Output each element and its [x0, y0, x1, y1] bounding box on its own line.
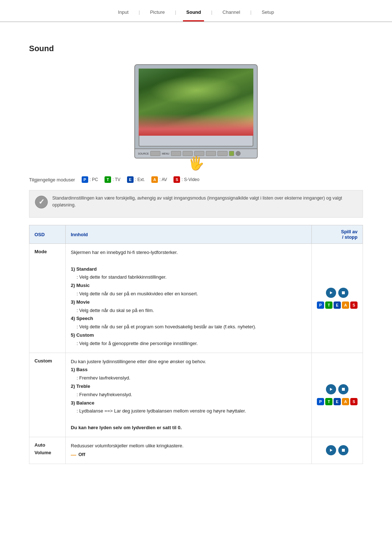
- mode-pc-text: : PC: [90, 177, 98, 182]
- table-row: Mode Skjermen har en innebygd hi-fi ster…: [29, 244, 363, 353]
- custom-play-buttons: [326, 384, 348, 394]
- mode-intro: Skjermen har en innebygd hi-fi stereo-ly…: [71, 249, 306, 257]
- mode-pc: P : PC: [82, 176, 98, 183]
- mode-item-3: 3) Movie: [71, 299, 306, 306]
- mode-svideo: S : S-Video: [173, 176, 199, 183]
- row-mode-content: Skjermen har en innebygd hi-fi stereo-ly…: [66, 244, 312, 353]
- monitor-stand: 🖐: [134, 159, 258, 170]
- custom-extra: Du kan høre lyden selv om lydverdien er …: [71, 424, 306, 432]
- monitor-frame: [134, 64, 258, 149]
- pteas-s: S: [350, 301, 358, 309]
- pteas-e2: E: [334, 398, 341, 405]
- pteas-t2: T: [325, 398, 332, 405]
- mode-item-5-desc: : Velg dette for å gjenopprette dine per…: [71, 340, 306, 348]
- nav-picture[interactable]: Picture: [140, 7, 175, 18]
- custom-item-3-desc: : Lydbalanse ==> Lar deg justere lydbala…: [71, 407, 306, 415]
- off-dash-icon: —: [71, 451, 76, 459]
- mode-play-buttons: [326, 288, 348, 298]
- table-row: Auto Volume Redususer volumforskjeller m…: [29, 437, 363, 464]
- nav-sound[interactable]: Sound: [176, 7, 211, 18]
- ctrl-btn-5: [206, 151, 216, 156]
- mode-item-1: 1) Standard: [71, 266, 306, 273]
- mode-ext-text: : Ext.: [135, 177, 145, 182]
- pteas-a2: A: [342, 398, 349, 405]
- custom-intro: Du kan justere lydinnstillingene etter d…: [71, 358, 306, 366]
- mode-item-4: 4) Speech: [71, 315, 306, 323]
- svg-marker-4: [330, 388, 332, 391]
- badge-a: A: [151, 176, 158, 183]
- mode-svideo-text: : S-Video: [181, 177, 199, 182]
- mode-pteas: P T E A S: [317, 301, 358, 309]
- hand-icon: 🖐: [188, 157, 204, 170]
- pteas-p2: P: [317, 398, 324, 405]
- col-osd: OSD: [29, 225, 66, 244]
- autovolume-play-btn[interactable]: [326, 445, 336, 455]
- row-mode-label: Mode: [29, 244, 66, 353]
- info-text: Standardinnstillingen kan være forskjell…: [52, 195, 357, 209]
- mode-label: Tilgjengelige moduser: [29, 177, 75, 182]
- ctrl-btn-2: [171, 151, 181, 156]
- badge-e: E: [127, 176, 134, 183]
- ctrl-source-label: SOURCE: [138, 152, 149, 155]
- mode-tv-text: : TV: [113, 177, 121, 182]
- ctrl-btn-6: [217, 151, 228, 156]
- top-navigation: Input | Picture | Sound | Channel | Setu…: [0, 0, 392, 22]
- row-autovolume-content: Redususer volumforskjeller mellom ulike …: [66, 437, 312, 464]
- svg-rect-7: [342, 449, 345, 452]
- badge-p: P: [82, 176, 88, 183]
- mode-av-text: : AV: [159, 177, 167, 182]
- mode-stop-btn[interactable]: [338, 288, 348, 298]
- mode-item-4-desc: : Velg dette når du ser på et program so…: [71, 323, 306, 331]
- svg-rect-3: [342, 291, 345, 294]
- info-box: ✓ Standardinnstillingen kan være forskje…: [29, 190, 363, 218]
- svg-rect-5: [342, 388, 345, 391]
- svg-marker-6: [330, 449, 332, 452]
- row-autovolume-icons: [312, 437, 363, 464]
- custom-play-icons: P T E A S: [317, 384, 358, 405]
- autovolume-stop-btn[interactable]: [338, 445, 348, 455]
- mode-tv: T : TV: [105, 176, 121, 183]
- pteas-s2: S: [350, 398, 358, 405]
- pteas-e: E: [334, 301, 341, 309]
- autovolume-intro: Redususer volumforskjeller mellom ulike …: [71, 442, 306, 450]
- mode-indicators: Tilgjengelige moduser P : PC T : TV E : …: [29, 176, 363, 183]
- off-label: — Off: [71, 451, 306, 459]
- custom-stop-btn[interactable]: [338, 384, 348, 394]
- monitor-illustration: SOURCE MENU 🖐: [29, 64, 363, 170]
- custom-item-1-desc: : Fremhev lavfrekvenslyd.: [71, 374, 306, 382]
- pteas-a: A: [342, 301, 349, 309]
- row-autovolume-label: Auto Volume: [29, 437, 66, 464]
- nav-input[interactable]: Input: [108, 7, 139, 18]
- mode-ext: E : Ext.: [127, 176, 145, 183]
- mode-av: A : AV: [151, 176, 167, 183]
- mode-play-btn[interactable]: [326, 288, 336, 298]
- svg-marker-2: [330, 291, 332, 294]
- info-icon: ✓: [35, 196, 48, 213]
- mode-item-5: 5) Custom: [71, 332, 306, 339]
- pteas-t: T: [325, 301, 332, 309]
- custom-play-btn[interactable]: [326, 384, 336, 394]
- nav-channel[interactable]: Channel: [212, 7, 250, 18]
- nav-setup[interactable]: Setup: [252, 7, 284, 18]
- custom-pteas: P T E A S: [317, 398, 358, 405]
- ctrl-btn-green: [229, 151, 234, 156]
- col-spill: Spill av / stopp: [312, 225, 363, 244]
- pteas-p: P: [317, 301, 324, 309]
- mode-item-3-desc: : Velg dette når du skal se på en film.: [71, 307, 306, 315]
- mode-play-icons: P T E A S: [317, 288, 358, 309]
- table-header-row: OSD Innhold Spill av / stopp: [29, 225, 363, 244]
- svg-text:✓: ✓: [38, 198, 45, 206]
- monitor-wrapper: SOURCE MENU 🖐: [134, 64, 258, 170]
- ctrl-btn-power: [236, 151, 241, 156]
- top-divider: [0, 22, 392, 22]
- custom-item-2: 2) Treble: [71, 383, 306, 390]
- row-custom-label: Custom: [29, 353, 66, 437]
- table-row: Custom Du kan justere lydinnstillingene …: [29, 353, 363, 437]
- badge-t: T: [105, 176, 111, 183]
- page-title: Sound: [29, 44, 363, 53]
- ctrl-btn-1: [150, 151, 160, 156]
- mode-item-2-desc: : Velg dette når du ser på en musikkvide…: [71, 290, 306, 298]
- off-text: Off: [78, 451, 85, 459]
- mode-item-1-desc: : Velg dette for standard fabrikkinnstil…: [71, 274, 306, 281]
- autovolume-play-buttons: [317, 445, 358, 455]
